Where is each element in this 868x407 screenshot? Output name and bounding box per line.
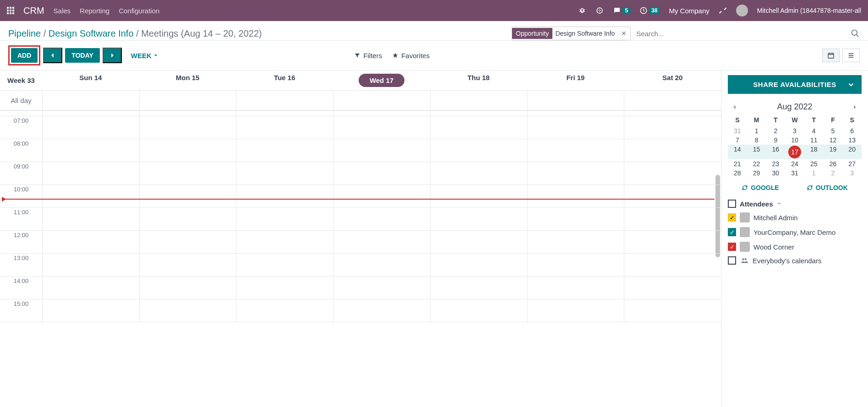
time-cell[interactable] xyxy=(333,254,430,276)
time-cell[interactable] xyxy=(527,299,624,322)
chevron-down-icon[interactable] xyxy=(777,201,781,206)
user-avatar[interactable] xyxy=(736,5,748,16)
time-cell[interactable] xyxy=(430,254,527,276)
time-row[interactable]: 12:00 xyxy=(0,231,721,254)
time-cell[interactable] xyxy=(236,299,333,322)
time-cell[interactable] xyxy=(527,277,624,299)
day-header[interactable]: Tue 16 xyxy=(236,74,333,87)
time-row[interactable]: 08:00 xyxy=(0,139,721,162)
time-cell[interactable] xyxy=(430,277,527,299)
time-cell[interactable] xyxy=(333,231,430,253)
time-row[interactable]: 07:00 xyxy=(0,116,721,139)
time-cell[interactable] xyxy=(527,231,624,253)
app-brand[interactable]: CRM xyxy=(23,5,44,16)
attendees-master-checkbox[interactable] xyxy=(728,200,736,208)
time-cell[interactable] xyxy=(624,254,721,276)
time-cell[interactable] xyxy=(430,116,527,139)
attendee-checkbox[interactable] xyxy=(728,256,736,265)
time-cell[interactable] xyxy=(430,231,527,253)
mini-next-icon[interactable] xyxy=(852,104,858,110)
share-availabilities-button[interactable]: SHARE AVAILABILITIES xyxy=(728,75,862,94)
list-view-button[interactable] xyxy=(842,49,860,62)
time-cell[interactable] xyxy=(139,231,236,253)
user-name[interactable]: Mitchell Admin (18447878-master-all xyxy=(757,7,861,14)
sync-google-button[interactable]: GOOGLE xyxy=(742,184,779,191)
allday-cell[interactable] xyxy=(139,91,236,110)
activities-icon[interactable]: 38 xyxy=(639,6,660,15)
facet-remove-icon[interactable]: ✕ xyxy=(617,30,630,37)
allday-cell[interactable] xyxy=(624,91,721,110)
time-cell[interactable] xyxy=(430,162,527,185)
time-cell[interactable] xyxy=(236,139,333,162)
time-row[interactable]: 13:00 xyxy=(0,254,721,277)
time-cell[interactable] xyxy=(624,299,721,322)
time-cell[interactable] xyxy=(430,139,527,162)
nav-configuration[interactable]: Configuration xyxy=(119,7,159,15)
allday-cell[interactable] xyxy=(333,91,430,110)
time-cell[interactable] xyxy=(139,185,236,207)
tools-icon[interactable] xyxy=(719,6,727,15)
day-header[interactable]: Wed 17 xyxy=(333,74,430,87)
mini-day[interactable]: 3 xyxy=(850,166,854,180)
time-row[interactable]: 15:00 xyxy=(0,299,721,322)
day-header[interactable]: Sun 14 xyxy=(42,74,139,87)
time-cell[interactable] xyxy=(333,208,430,230)
time-cell[interactable] xyxy=(624,139,721,162)
mini-day[interactable]: 28 xyxy=(734,166,741,180)
time-cell[interactable] xyxy=(139,116,236,139)
time-cell[interactable] xyxy=(139,277,236,299)
nav-reporting[interactable]: Reporting xyxy=(80,7,109,15)
mini-day[interactable]: 1 xyxy=(812,166,816,180)
time-cell[interactable] xyxy=(333,139,430,162)
day-header[interactable]: Mon 15 xyxy=(139,74,236,87)
sync-outlook-button[interactable]: OUTLOOK xyxy=(807,184,848,191)
time-row[interactable]: 10:00 xyxy=(0,185,721,208)
time-cell[interactable] xyxy=(333,162,430,185)
time-cell[interactable] xyxy=(42,254,139,276)
time-cell[interactable] xyxy=(527,139,624,162)
company-switcher[interactable]: My Company xyxy=(669,7,709,15)
time-cell[interactable] xyxy=(624,185,721,207)
time-cell[interactable] xyxy=(624,208,721,230)
breadcrumb-design[interactable]: Design Software Info xyxy=(49,28,134,38)
time-cell[interactable] xyxy=(236,277,333,299)
time-cell[interactable] xyxy=(527,185,624,207)
attendee-checkbox[interactable]: ✓ xyxy=(728,228,736,236)
time-cell[interactable] xyxy=(624,277,721,299)
time-cell[interactable] xyxy=(139,139,236,162)
bug-icon[interactable] xyxy=(578,6,586,15)
time-cell[interactable] xyxy=(42,231,139,253)
mini-day[interactable]: 2 xyxy=(831,166,835,180)
time-cell[interactable] xyxy=(139,208,236,230)
view-scale-dropdown[interactable]: WEEK xyxy=(131,52,158,60)
time-cell[interactable] xyxy=(236,231,333,253)
time-cell[interactable] xyxy=(333,277,430,299)
time-cell[interactable] xyxy=(333,299,430,322)
time-cell[interactable] xyxy=(42,139,139,162)
time-cell[interactable] xyxy=(527,254,624,276)
attendee-checkbox[interactable]: ✓ xyxy=(728,243,736,251)
attendee-checkbox[interactable]: ✓ xyxy=(728,213,736,222)
time-cell[interactable] xyxy=(430,185,527,207)
allday-cell[interactable] xyxy=(430,91,527,110)
time-row[interactable]: 14:00 xyxy=(0,277,721,299)
mini-day[interactable]: 15 xyxy=(753,142,760,157)
mini-day[interactable]: 16 xyxy=(772,142,779,157)
time-cell[interactable] xyxy=(236,254,333,276)
time-cell[interactable] xyxy=(236,208,333,230)
support-icon[interactable] xyxy=(595,6,604,15)
time-cell[interactable] xyxy=(624,116,721,139)
time-cell[interactable] xyxy=(42,116,139,139)
time-cell[interactable] xyxy=(527,116,624,139)
time-grid[interactable]: 07:0008:0009:0010:0011:0012:0013:0014:00… xyxy=(0,111,721,407)
time-cell[interactable] xyxy=(236,162,333,185)
breadcrumb-pipeline[interactable]: Pipeline xyxy=(8,28,41,38)
messages-icon[interactable]: 5 xyxy=(613,6,630,15)
search-input[interactable] xyxy=(633,28,848,39)
time-cell[interactable] xyxy=(333,116,430,139)
time-cell[interactable] xyxy=(42,185,139,207)
time-cell[interactable] xyxy=(430,299,527,322)
allday-cell[interactable] xyxy=(42,91,139,110)
time-cell[interactable] xyxy=(624,162,721,185)
time-cell[interactable] xyxy=(333,185,430,207)
